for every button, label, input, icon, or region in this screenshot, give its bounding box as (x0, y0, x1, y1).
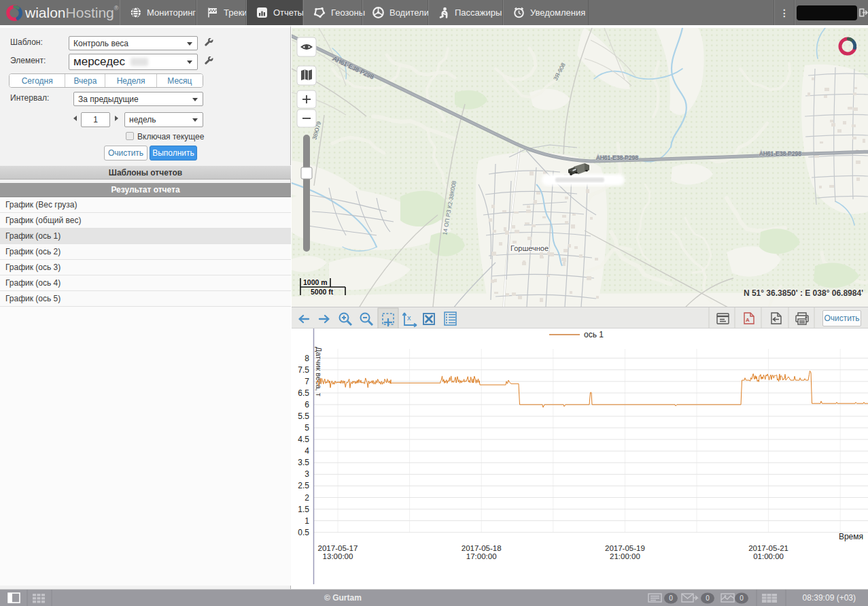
svg-text:Датчик веса, т: Датчик веса, т (315, 347, 323, 397)
svg-text:3: 3 (305, 469, 309, 479)
svg-text:5000 ft: 5000 ft (311, 288, 334, 296)
svg-text:01:00:00: 01:00:00 (753, 552, 784, 560)
svg-text:x: x (407, 314, 411, 322)
svg-text:5.5: 5.5 (298, 411, 309, 421)
svg-text:4.5: 4.5 (298, 435, 309, 444)
svg-text:Время: Время (839, 532, 863, 541)
svg-text:7.5: 7.5 (298, 365, 309, 375)
svg-text:1.5: 1.5 (298, 505, 309, 514)
svg-text:21:00:00: 21:00:00 (610, 552, 640, 560)
svg-text:0.5: 0.5 (298, 528, 309, 537)
svg-text:4: 4 (305, 446, 309, 456)
svg-text:2017-05-18: 2017-05-18 (462, 544, 502, 552)
svg-text:6.5: 6.5 (298, 388, 309, 398)
svg-text:АН61-Е38-Р298: АН61-Е38-Р298 (596, 154, 638, 161)
svg-text:ось 1: ось 1 (584, 330, 604, 339)
svg-text:2017-05-19: 2017-05-19 (605, 544, 645, 552)
svg-text:13:00:00: 13:00:00 (323, 552, 353, 560)
svg-text:A: A (746, 317, 750, 323)
svg-text:0: 0 (669, 594, 673, 602)
svg-text:8: 8 (305, 354, 309, 363)
svg-text:1: 1 (305, 516, 309, 526)
svg-text:0: 0 (706, 594, 710, 602)
svg-text:7: 7 (305, 377, 309, 386)
svg-text:Горшечное: Горшечное (510, 244, 549, 252)
svg-text:17:00:00: 17:00:00 (466, 552, 497, 560)
svg-text:N 51° 36.3850' : E 038° 06.898: N 51° 36.3850' : E 038° 06.8984' (744, 288, 863, 298)
svg-text:2017-05-17: 2017-05-17 (318, 544, 358, 552)
svg-text:2.5: 2.5 (298, 481, 309, 490)
svg-text:1000 m: 1000 m (303, 278, 328, 286)
svg-text:0: 0 (740, 594, 744, 602)
svg-text:2017-05-21: 2017-05-21 (748, 544, 788, 552)
svg-text:5: 5 (305, 423, 309, 433)
svg-text:АН61-Е38-Р298: АН61-Е38-Р298 (759, 150, 801, 157)
svg-text:3.5: 3.5 (298, 458, 309, 467)
svg-text:6: 6 (305, 400, 309, 409)
svg-text:2: 2 (305, 493, 309, 503)
